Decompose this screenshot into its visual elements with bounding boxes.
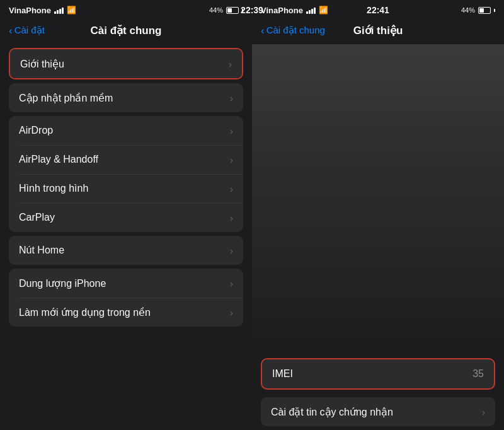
menu-item-airdrop[interactable]: AirDrop › <box>9 116 243 145</box>
left-home-section: Nút Home › <box>9 236 243 265</box>
menu-item-lammoi[interactable]: Làm mới ứng dụng trong nền › <box>9 298 243 327</box>
left-nav-bar: ‹ Cài đặt Cài đặt chung <box>0 19 252 44</box>
right-status-left: VinaPhone 📶 <box>261 6 328 15</box>
signal-bar-4 <box>62 8 64 14</box>
left-battery-body <box>226 7 239 14</box>
right-nav-title: Giới thiệu <box>353 24 403 37</box>
lammoi-chevron-icon: › <box>230 307 233 318</box>
left-battery-pct: 44% <box>209 6 223 14</box>
right-back-button[interactable]: ‹ Cài đặt chung <box>261 25 325 36</box>
left-content-area: Giới thiệu › Cập nhật phần mềm › AirDrop… <box>0 44 252 430</box>
right-signal-bar-3 <box>311 9 313 14</box>
dunglg-chevron-icon: › <box>230 278 233 289</box>
left-mid-section: AirDrop › AirPlay & Handoff › Hình trong… <box>9 116 243 232</box>
imei-section: IMEI 35 <box>261 358 495 390</box>
device-image-area <box>252 44 504 358</box>
left-signal-bars <box>54 6 64 14</box>
lammoi-label: Làm mới ứng dụng trong nền <box>19 306 151 318</box>
signal-bar-3 <box>59 9 61 14</box>
gioi-thieu-label: Giới thiệu <box>20 58 64 70</box>
gioi-thieu-chevron-icon: › <box>229 59 232 69</box>
right-status-right: 44% <box>461 6 495 14</box>
left-battery-fill <box>227 8 232 13</box>
left-status-bar: VinaPhone 📶 22:39 44% <box>0 0 252 19</box>
right-battery-fill <box>479 8 484 13</box>
right-time: 22:41 <box>367 5 389 15</box>
right-battery-body <box>478 7 491 14</box>
trust-cert-label: Cài đặt tin cậy chứng nhận <box>271 406 393 418</box>
signal-bar-2 <box>57 10 59 14</box>
menu-item-carplay[interactable]: CarPlay › <box>9 203 243 232</box>
airdrop-label: AirDrop <box>19 125 53 136</box>
right-battery-tip <box>494 9 495 12</box>
left-time: 22:39 <box>241 5 252 15</box>
nuthome-chevron-icon: › <box>230 245 233 256</box>
left-bottom-section: Dung lượng iPhone › Làm mới ứng dụng tro… <box>9 269 243 327</box>
airdrop-chevron-icon: › <box>230 125 233 136</box>
trust-cert-chevron-icon: › <box>482 407 485 417</box>
right-back-chevron-icon: ‹ <box>261 25 265 36</box>
airplay-chevron-icon: › <box>230 154 233 165</box>
right-status-bar: VinaPhone 📶 22:41 44% <box>252 0 504 19</box>
left-nav-title: Cài đặt chung <box>91 24 162 37</box>
menu-item-dunglg[interactable]: Dung lượng iPhone › <box>9 269 243 298</box>
capnhat-label: Cập nhật phần mềm <box>19 92 113 104</box>
right-panel: VinaPhone 📶 22:41 44% ‹ Cài đặt chung Gi… <box>252 0 504 430</box>
menu-item-nuthome[interactable]: Nút Home › <box>9 236 243 265</box>
imei-value: 35 <box>472 368 484 380</box>
right-back-label[interactable]: Cài đặt chung <box>266 25 325 36</box>
carplay-label: CarPlay <box>19 212 55 223</box>
left-wifi-icon: 📶 <box>67 6 76 15</box>
menu-item-capnhat[interactable]: Cập nhật phần mềm › <box>9 83 243 112</box>
imei-row: IMEI 35 <box>262 359 494 388</box>
hinhtrong-chevron-icon: › <box>230 183 233 194</box>
right-battery-pct: 44% <box>461 6 475 14</box>
left-back-button[interactable]: ‹ Cài đặt <box>9 25 45 36</box>
left-status-right: 44% <box>209 6 243 14</box>
menu-item-hinhtrong[interactable]: Hình trong hình › <box>9 174 243 203</box>
right-bottom-section: Cài đặt tin cậy chứng nhận › <box>261 397 495 426</box>
right-signal-bar-2 <box>309 10 311 14</box>
left-carrier: VinaPhone <box>9 6 51 15</box>
carplay-chevron-icon: › <box>230 212 233 223</box>
left-panel: VinaPhone 📶 22:39 44% ‹ Cài đặt Cài đặt … <box>0 0 252 430</box>
hinhtrong-label: Hình trong hình <box>19 183 88 194</box>
left-back-label[interactable]: Cài đặt <box>14 25 45 36</box>
right-nav-bar: ‹ Cài đặt chung Giới thiệu <box>252 19 504 44</box>
right-carrier: VinaPhone <box>261 6 303 15</box>
menu-item-gioi-thieu[interactable]: Giới thiệu › <box>10 49 242 78</box>
right-signal-bars <box>306 6 316 14</box>
left-status-left: VinaPhone 📶 <box>9 6 76 15</box>
imei-label: IMEI <box>272 368 293 380</box>
left-top-section: Giới thiệu › <box>9 48 243 79</box>
right-signal-bar-4 <box>314 8 316 14</box>
trust-cert-button[interactable]: Cài đặt tin cậy chứng nhận › <box>261 397 495 426</box>
capnhat-chevron-icon: › <box>230 93 233 103</box>
nuthome-label: Nút Home <box>19 245 64 256</box>
left-capnhat-section: Cập nhật phần mềm › <box>9 83 243 112</box>
left-back-chevron-icon: ‹ <box>9 25 13 36</box>
right-signal-bar-1 <box>306 11 308 14</box>
dunglg-label: Dung lượng iPhone <box>19 277 106 289</box>
menu-item-airplay[interactable]: AirPlay & Handoff › <box>9 145 243 174</box>
airplay-label: AirPlay & Handoff <box>19 154 98 165</box>
signal-bar-1 <box>54 11 56 14</box>
right-wifi-icon: 📶 <box>319 6 328 15</box>
